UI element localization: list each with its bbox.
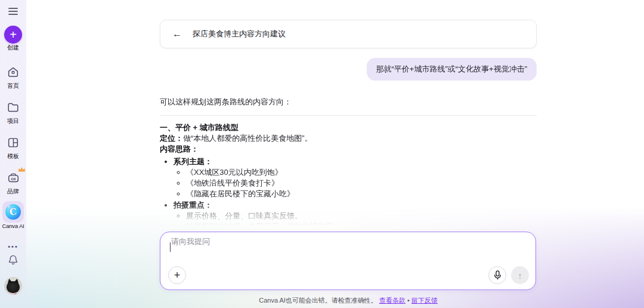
more-options-button[interactable]: ••• xyxy=(0,243,26,250)
disclaimer-text: Canva AI也可能会出错。请检查准确性。 xyxy=(259,297,377,304)
sidebar-item-projects[interactable] xyxy=(0,101,26,114)
chat-header: ← 探店美食博主内容方向建议 xyxy=(160,20,537,48)
sidebar-item-brand[interactable]: co xyxy=(0,171,26,187)
ai-section-title: 一、平价 + 城市路线型 xyxy=(160,122,537,133)
canva-ai-app: + 创建 首页 项目 模板 xyxy=(0,0,644,308)
plus-icon: + xyxy=(10,29,17,41)
notifications-button[interactable] xyxy=(0,254,26,266)
bullet-series-topics: 系列主题： 《XX城区30元以内吃到饱》 《地铁沿线平价美食打卡》 《隐藏在居民… xyxy=(174,156,537,199)
home-icon xyxy=(7,66,20,79)
ai-intro-text: 可以这样规划这两条路线的内容方向： xyxy=(160,97,537,107)
brand-kit-icon: co xyxy=(7,171,20,184)
sidebar-item-canva-ai[interactable]: ✦ C xyxy=(2,201,24,223)
ellipsis-icon: ••• xyxy=(8,243,18,250)
chat-panel: ← 探店美食博主内容方向建议 那就“平价+城市路线”或“文化故事+视觉冲击” 可… xyxy=(160,0,537,308)
sidebar-item-home[interactable] xyxy=(0,66,26,79)
attach-button[interactable]: + xyxy=(168,266,186,284)
avatar-cat-photo xyxy=(7,281,20,293)
user-message-bubble: 那就“平价+城市路线”或“文化故事+视觉冲击” xyxy=(367,58,537,81)
back-arrow-icon: ← xyxy=(172,29,182,39)
microphone-icon xyxy=(493,270,502,280)
disclaimer-footer: Canva AI也可能会出错。请检查准确性。 查看条款•留下反馈 xyxy=(160,296,537,305)
plus-icon: + xyxy=(174,270,181,281)
message-composer: + ↑ xyxy=(160,232,536,290)
ai-bullet-list: 系列主题： 《XX城区30元以内吃到饱》 《地铁沿线平价美食打卡》 《隐藏在居民… xyxy=(160,156,537,226)
terms-link[interactable]: 查看条款 xyxy=(379,297,405,304)
list-item: 《地铁沿线平价美食打卡》 xyxy=(186,178,537,188)
bullet-shooting-focus: 拍摄重点： 展示价格、分量、口味真实反馈。 拍老板制作过程、食客反应，增加生活气… xyxy=(174,200,537,226)
sidebar-item-brand-label: 品牌 xyxy=(0,187,26,196)
footer-separator: • xyxy=(407,297,410,304)
bell-icon xyxy=(7,254,19,266)
chat-title: 探店美食博主内容方向建议 xyxy=(193,29,286,39)
menu-button[interactable] xyxy=(0,5,26,17)
user-avatar[interactable] xyxy=(4,277,22,295)
ai-thinking-label: 内容思路： xyxy=(160,144,537,155)
folder-icon xyxy=(7,101,20,114)
sidebar-item-projects-label: 项目 xyxy=(0,117,26,125)
sidebar: + 创建 首页 项目 模板 xyxy=(0,0,26,308)
voice-input-button[interactable] xyxy=(488,266,506,284)
send-button[interactable]: ↑ xyxy=(511,266,529,284)
feedback-link[interactable]: 留下反馈 xyxy=(411,297,438,304)
chat-message-list[interactable]: 那就“平价+城市路线”或“文化故事+视觉冲击” 可以这样规划这两条路线的内容方向… xyxy=(160,51,537,226)
sidebar-item-create-label: 创建 xyxy=(0,44,26,52)
create-button[interactable]: + xyxy=(4,26,22,44)
message-input[interactable] xyxy=(171,236,505,263)
list-item: 《隐藏在居民楼下的宝藏小吃》 xyxy=(186,189,537,199)
list-item: 展示价格、分量、口味真实反馈。 xyxy=(186,211,537,221)
hamburger-icon xyxy=(8,7,18,16)
list-item: 《XX城区30元以内吃到饱》 xyxy=(186,167,537,177)
sidebar-item-home-label: 首页 xyxy=(0,82,26,90)
back-button[interactable]: ← xyxy=(170,28,184,40)
sidebar-item-canva-ai-label: Canva AI xyxy=(0,223,26,229)
ai-message: 可以这样规划这两条路线的内容方向： 一、平价 + 城市路线型 定位：做“本地人都… xyxy=(160,97,537,226)
ai-positioning-line: 定位：做“本地人都爱的高性价比美食地图”。 xyxy=(160,133,537,144)
list-item: 拍老板制作过程、食客反应，增加生活气息。 xyxy=(186,221,537,226)
message-divider xyxy=(160,115,537,116)
text-caret xyxy=(170,242,171,252)
up-arrow-icon: ↑ xyxy=(518,270,522,281)
svg-text:co: co xyxy=(11,177,16,181)
sidebar-item-templates[interactable] xyxy=(0,136,26,149)
canva-ai-icon: ✦ C xyxy=(5,204,21,220)
templates-icon xyxy=(7,136,20,149)
crown-badge-icon xyxy=(18,167,26,173)
sidebar-item-templates-label: 模板 xyxy=(0,152,26,161)
